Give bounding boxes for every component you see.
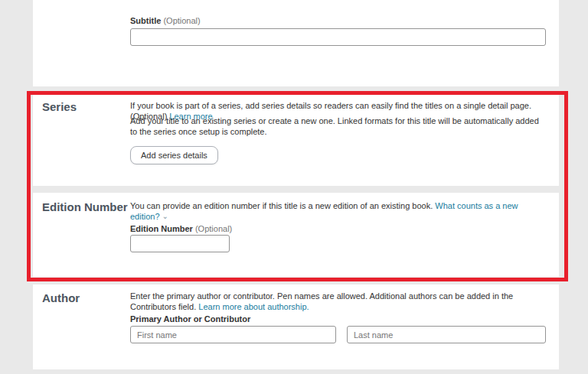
subtitle-field-label: Subtitle (Optional) — [130, 15, 547, 26]
edition-number-input[interactable] — [130, 235, 230, 252]
primary-author-label-text: Primary Author or Contributor — [130, 314, 250, 324]
subtitle-optional-tag: (Optional) — [163, 16, 200, 25]
edition-number-field-label: Edition Number (Optional) — [130, 223, 547, 234]
edition-description-text: You can provide an edition number if thi… — [130, 201, 433, 210]
edition-number-optional-tag: (Optional) — [195, 224, 232, 233]
learn-more-authorship-link[interactable]: Learn more about authorship. — [198, 302, 309, 311]
edition-number-description: You can provide an edition number if thi… — [130, 200, 547, 223]
chevron-down-icon[interactable]: ⌄ — [162, 211, 168, 222]
author-section: Author Enter the primary author or contr… — [33, 285, 559, 369]
series-heading: Series — [42, 100, 77, 113]
add-series-details-button[interactable]: Add series details — [130, 146, 218, 164]
edition-number-section: Edition Number You can provide an editio… — [33, 193, 559, 277]
subtitle-label-text: Subtitle — [130, 16, 161, 25]
edition-number-label-text: Edition Number — [130, 224, 193, 233]
edition-number-heading: Edition Number — [42, 200, 128, 213]
series-section: Series If your book is part of a series,… — [33, 95, 559, 186]
author-description-text: Enter the primary author or contributor.… — [130, 291, 513, 311]
author-description: Enter the primary author or contributor.… — [130, 291, 547, 312]
primary-author-field-label: Primary Author or Contributor — [130, 314, 547, 324]
author-heading: Author — [42, 291, 80, 304]
subtitle-input[interactable] — [130, 28, 546, 46]
author-last-name-input[interactable] — [347, 326, 546, 343]
subtitle-section: Subtitle (Optional) — [33, 0, 559, 86]
series-description-2: Add your title to an existing series or … — [130, 115, 547, 137]
author-first-name-input[interactable] — [130, 326, 336, 343]
book-details-page: Subtitle (Optional) Series If your book … — [0, 0, 588, 374]
